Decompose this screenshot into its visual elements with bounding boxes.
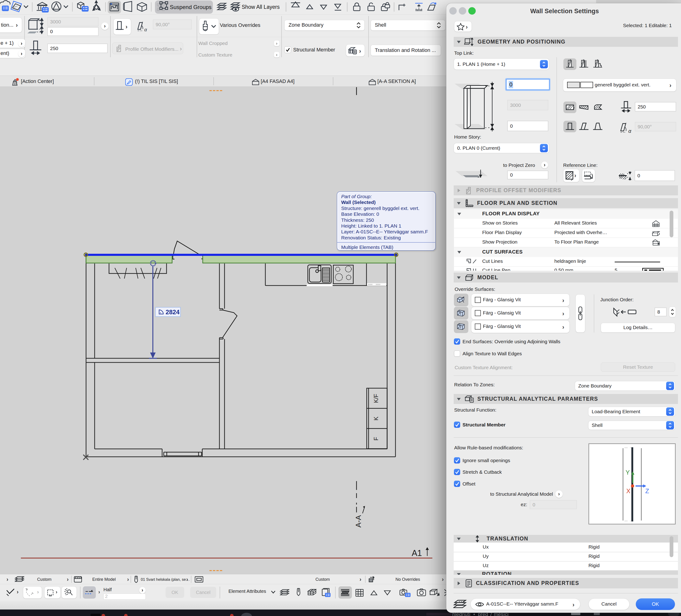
svg-text:A-A: A-A (354, 515, 362, 528)
svg-text:α: α (628, 128, 632, 134)
svg-text:2824: 2824 (166, 309, 179, 316)
svg-text:Show All Layers: Show All Layers (242, 4, 280, 10)
svg-text:α: α (144, 27, 147, 32)
svg-text:F: F (373, 437, 379, 440)
svg-text:X: X (626, 488, 630, 494)
svg-text:Suspend Groups: Suspend Groups (170, 4, 211, 10)
svg-text:K: K (373, 417, 379, 421)
svg-text:Z: Z (645, 488, 649, 494)
svg-text:K/F: K/F (373, 394, 379, 403)
svg-text:Y: Y (626, 469, 630, 476)
svg-text:A1: A1 (412, 548, 422, 558)
